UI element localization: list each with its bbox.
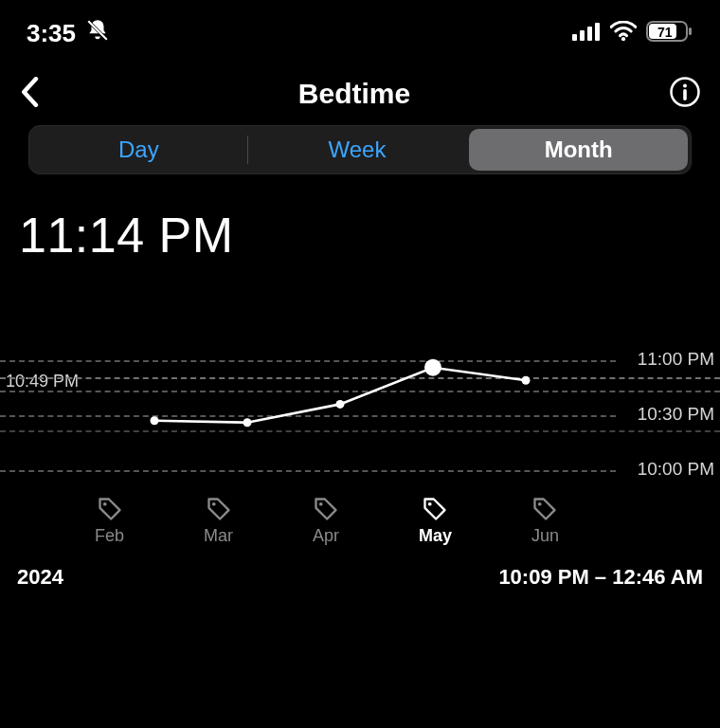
svg-point-18 xyxy=(102,502,106,506)
tag-icon xyxy=(422,496,448,522)
x-axis-month-mar[interactable]: Mar xyxy=(204,496,233,546)
x-axis-month-apr[interactable]: Apr xyxy=(313,496,339,546)
svg-rect-12 xyxy=(683,89,687,100)
x-axis-label: May xyxy=(419,526,452,546)
x-axis-label: Feb xyxy=(95,526,124,546)
svg-point-11 xyxy=(683,84,687,88)
cellular-icon xyxy=(572,22,601,45)
svg-point-6 xyxy=(621,37,625,41)
time-range-segment: Day Week Month xyxy=(28,125,692,174)
segment-month[interactable]: Month xyxy=(469,129,688,171)
svg-point-13 xyxy=(151,416,159,425)
footer-range: 10:09 PM – 12:46 AM xyxy=(498,565,703,590)
segment-week[interactable]: Week xyxy=(248,126,467,173)
bedtime-chart: 10:49 PM 11:00 PM 10:30 PM 10:00 PM FebM… xyxy=(0,300,720,546)
battery-indicator: 71 xyxy=(646,20,693,46)
x-axis-month-feb[interactable]: Feb xyxy=(95,496,124,546)
wifi-icon xyxy=(610,21,637,46)
tag-icon xyxy=(531,496,558,522)
svg-rect-3 xyxy=(580,30,585,41)
segment-day[interactable]: Day xyxy=(29,126,248,173)
svg-rect-5 xyxy=(595,23,600,41)
svg-point-20 xyxy=(319,502,323,506)
back-button[interactable] xyxy=(19,77,40,111)
footer-year: 2024 xyxy=(17,565,63,590)
nav-bar: Bedtime xyxy=(0,59,720,119)
svg-rect-4 xyxy=(587,27,592,41)
tag-icon xyxy=(97,496,123,522)
status-time: 3:35 xyxy=(27,19,76,48)
silent-icon xyxy=(85,18,110,49)
svg-point-19 xyxy=(211,502,215,506)
svg-point-14 xyxy=(243,418,252,427)
x-axis-label: Jun xyxy=(531,526,559,546)
x-axis-label: Apr xyxy=(313,526,339,546)
page-title: Bedtime xyxy=(298,78,410,110)
status-bar: 3:35 71 xyxy=(0,0,720,59)
info-button[interactable] xyxy=(669,76,701,112)
svg-point-15 xyxy=(336,400,345,409)
headline-bedtime: 11:14 PM xyxy=(0,174,720,273)
svg-rect-9 xyxy=(689,27,692,35)
svg-point-16 xyxy=(424,359,441,376)
x-axis-month-jun[interactable]: Jun xyxy=(531,496,559,546)
svg-point-21 xyxy=(428,502,432,506)
tag-icon xyxy=(313,496,339,522)
svg-point-22 xyxy=(538,502,542,506)
svg-rect-2 xyxy=(572,34,577,41)
battery-pct: 71 xyxy=(657,25,673,40)
svg-point-17 xyxy=(522,376,531,385)
x-axis-month-may[interactable]: May xyxy=(419,496,452,546)
x-axis-label: Mar xyxy=(204,526,233,546)
tag-icon xyxy=(206,496,232,522)
